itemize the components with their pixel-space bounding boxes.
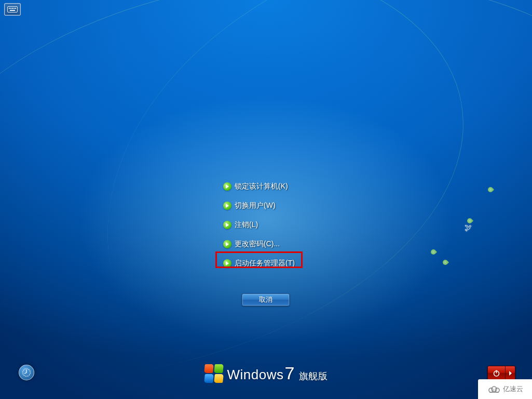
svg-rect-0 bbox=[8, 7, 18, 12]
menu-item-task-manager[interactable]: 启动任务管理器(T) bbox=[220, 254, 298, 273]
arrow-right-icon bbox=[223, 221, 231, 229]
cloud-icon bbox=[487, 385, 501, 393]
bg-bird: 🕊 bbox=[465, 223, 472, 232]
power-controls bbox=[487, 366, 515, 380]
arrow-right-icon bbox=[223, 182, 231, 191]
cancel-button[interactable]: 取消 bbox=[242, 294, 290, 306]
menu-item-label: 启动任务管理器(T) bbox=[235, 259, 295, 268]
menu-item-change-password[interactable]: 更改密码(C)... bbox=[220, 234, 298, 254]
ease-of-access-button[interactable] bbox=[19, 365, 34, 380]
svg-rect-2 bbox=[10, 8, 11, 9]
svg-rect-4 bbox=[13, 8, 15, 9]
menu-item-label: 注销(L) bbox=[235, 220, 258, 230]
svg-rect-3 bbox=[12, 8, 13, 9]
menu-item-switch-user[interactable]: 切换用户(W) bbox=[220, 196, 298, 215]
shutdown-button[interactable] bbox=[488, 366, 506, 380]
bg-leaf bbox=[430, 248, 437, 256]
security-options-menu: 锁定该计算机(K) 切换用户(W) 注销(L) 更改密码(C)... 启动任务管… bbox=[220, 177, 298, 273]
shutdown-options-button[interactable] bbox=[506, 366, 515, 380]
bg-leaf bbox=[442, 259, 449, 266]
power-icon bbox=[493, 369, 500, 377]
osk-button[interactable] bbox=[4, 3, 21, 16]
menu-item-label: 更改密码(C)... bbox=[235, 240, 280, 249]
svg-rect-5 bbox=[15, 8, 16, 9]
svg-rect-6 bbox=[10, 10, 15, 11]
menu-item-label: 锁定该计算机(K) bbox=[235, 182, 288, 191]
watermark: 亿速云 bbox=[478, 379, 532, 399]
keyboard-icon bbox=[7, 6, 18, 12]
watermark-text: 亿速云 bbox=[503, 384, 523, 394]
os-branding: Windows7旗舰版 bbox=[0, 363, 532, 383]
arrow-right-icon bbox=[223, 240, 231, 248]
menu-item-logoff[interactable]: 注销(L) bbox=[220, 215, 298, 234]
menu-item-label: 切换用户(W) bbox=[235, 201, 276, 210]
menu-item-lock[interactable]: 锁定该计算机(K) bbox=[220, 177, 298, 196]
os-brand-text: Windows7旗舰版 bbox=[227, 363, 328, 383]
windows-logo-icon bbox=[204, 364, 223, 383]
arrow-right-icon bbox=[223, 259, 231, 268]
arrow-right-icon bbox=[223, 202, 231, 210]
bg-leaf bbox=[487, 186, 494, 193]
chevron-right-icon bbox=[509, 371, 512, 376]
svg-point-12 bbox=[495, 388, 499, 392]
ease-of-access-icon bbox=[22, 368, 31, 377]
svg-rect-1 bbox=[9, 8, 10, 9]
